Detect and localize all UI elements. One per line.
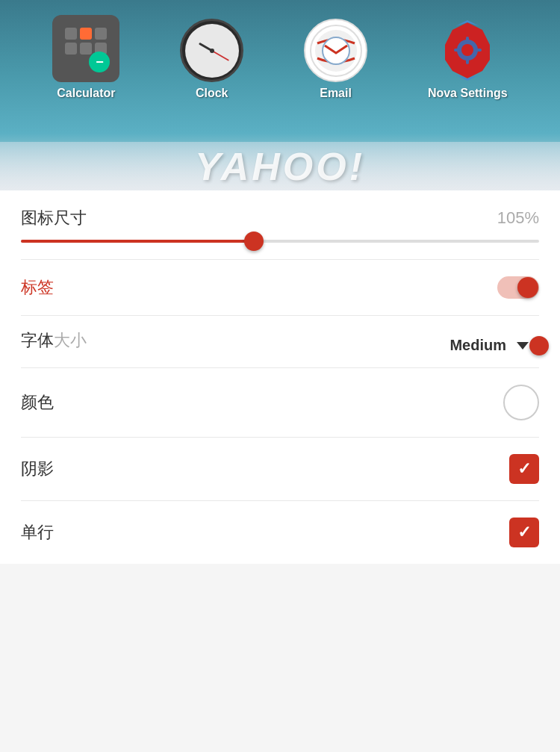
clock-icon[interactable] (180, 19, 243, 82)
icon-size-value: 105% (497, 208, 539, 228)
single-line-row: 单行 ✓ (21, 501, 539, 564)
svg-rect-11 (476, 49, 482, 52)
svg-point-2 (323, 37, 349, 64)
nova-settings-label: Nova Settings (428, 87, 508, 100)
label-section-label: 标签 (21, 276, 54, 299)
calculator-label: Calculator (57, 87, 115, 100)
svg-point-7 (461, 44, 473, 56)
color-label: 颜色 (21, 391, 54, 414)
icon-size-slider-fill (21, 240, 254, 243)
label-toggle[interactable] (497, 276, 539, 299)
single-line-checkbox[interactable]: ✓ (509, 518, 539, 547)
yahoo-text: YAHOO! (195, 144, 365, 189)
icon-size-slider-thumb[interactable] (244, 231, 264, 251)
font-dropdown-arrow[interactable] (517, 342, 529, 349)
clock-label: Clock (196, 87, 228, 100)
color-row: 颜色 (21, 368, 539, 438)
shadow-checkmark: ✓ (517, 459, 531, 479)
app-item-calculator[interactable]: − Calculator (52, 15, 119, 100)
calculator-icon[interactable]: − (52, 15, 119, 82)
svg-rect-10 (454, 49, 460, 52)
settings-panel: 图标尺寸 105% 标签 字体 大小 Medium (0, 190, 560, 564)
app-item-clock[interactable]: Clock (180, 19, 243, 100)
shadow-row: 阴影 ✓ (21, 438, 539, 501)
font-medium-label: Medium (449, 337, 506, 354)
single-line-label: 单行 (21, 521, 54, 544)
email-label: Email (320, 87, 352, 100)
single-line-checkmark: ✓ (517, 523, 531, 542)
app-icons-row: − Calculator Clock (0, 15, 560, 106)
label-toggle-row: 标签 (21, 260, 539, 316)
shadow-label: 阴影 (21, 458, 54, 480)
icon-size-slider-container[interactable] (21, 240, 539, 243)
icon-size-label: 图标尺寸 (21, 207, 87, 229)
icon-size-row: 图标尺寸 105% (21, 190, 539, 260)
icon-size-slider-track[interactable] (21, 240, 539, 243)
app-item-email[interactable]: Email (304, 19, 367, 100)
email-icon[interactable] (304, 19, 367, 82)
font-row: 字体 大小 Medium (21, 316, 539, 368)
yahoo-section: YAHOO! (0, 142, 560, 190)
icon-size-header: 图标尺寸 105% (21, 207, 539, 229)
font-slider-row: Medium (449, 337, 539, 354)
app-item-nova-settings[interactable]: Nova Settings (428, 19, 508, 100)
nova-settings-icon[interactable] (436, 19, 500, 82)
svg-rect-8 (466, 37, 469, 43)
color-picker[interactable] (503, 385, 539, 420)
font-slider-thumb[interactable] (529, 336, 549, 355)
svg-rect-9 (466, 58, 469, 64)
header-section: − Calculator Clock (0, 0, 560, 190)
font-size-label: 大小 (54, 329, 87, 352)
label-toggle-thumb (517, 277, 538, 298)
shadow-checkbox[interactable]: ✓ (509, 454, 539, 484)
font-header: 字体 大小 (21, 329, 87, 352)
font-label: 字体 (21, 329, 54, 352)
